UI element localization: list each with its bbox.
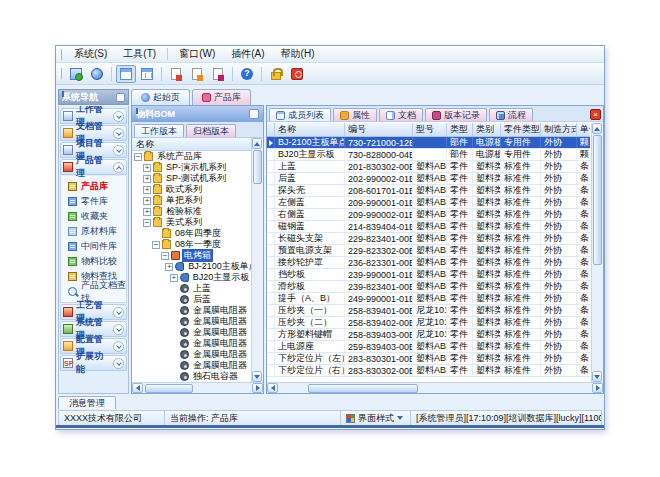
scroll-up-icon[interactable]	[592, 123, 602, 134]
globe-button[interactable]	[87, 65, 107, 83]
menu-item-1[interactable]: 工具(T)	[115, 46, 164, 62]
scroll-left-icon[interactable]	[132, 383, 143, 393]
tree-horizontal-scrollbar[interactable]	[132, 382, 263, 393]
doc-button[interactable]	[166, 65, 186, 83]
sidebar-item-3[interactable]: 原材料库	[61, 224, 126, 239]
scroll-right-icon[interactable]	[592, 383, 603, 393]
members-tab-0[interactable]: 成员列表	[269, 108, 331, 121]
scroll-up-icon[interactable]	[252, 138, 262, 149]
table-row[interactable]: 后盖202-990002-01E塑料ABS零件塑料类标准件外协条	[267, 173, 590, 185]
toolbar-grip[interactable]	[59, 68, 62, 79]
doc-button[interactable]	[187, 65, 207, 83]
menu-item-0[interactable]: 系统(S)	[66, 46, 115, 62]
table-row[interactable]: 右侧盖209-990002-01E塑料ABS零件塑料类标准件外协条	[267, 209, 590, 221]
table-row[interactable]: 滑纱板239-823401-00E塑料ABS零件塑料类标准件外协条	[267, 281, 590, 293]
tree-column-header[interactable]: 名称	[132, 138, 251, 151]
table-row[interactable]: 下纱定位片（左）283-830301-00E塑料ABS零件塑料类标准件外协条	[267, 353, 590, 365]
exit-button[interactable]	[287, 65, 307, 83]
column-header-0[interactable]: 名称	[275, 123, 345, 136]
scroll-down-icon[interactable]	[592, 371, 602, 382]
scroll-down-icon[interactable]	[252, 371, 262, 382]
table-row[interactable]: 压纱夹（二）258-839402-00E尼龙1010零件塑料类标准件外协条	[267, 317, 590, 329]
chevron-down-icon[interactable]	[113, 111, 124, 122]
table-horizontal-scrollbar[interactable]	[267, 382, 603, 393]
column-header-2[interactable]: 型号	[413, 123, 447, 136]
navpanel-button[interactable]	[66, 65, 86, 83]
sidebar-item-4[interactable]: 中间件库	[61, 239, 126, 254]
window-button[interactable]	[116, 65, 136, 83]
document-tab-1[interactable]: 产品库	[192, 89, 251, 105]
tree-vertical-scrollbar[interactable]	[251, 138, 263, 382]
doc-button[interactable]	[208, 65, 228, 83]
table-row[interactable]: 下纱定位片（右）283-830302-00E塑料ABS零件塑料类标准件外协条	[267, 365, 590, 377]
column-header-6[interactable]: 制造方式	[541, 123, 577, 136]
help-button[interactable]: ?	[237, 65, 257, 83]
sidebar-item-2[interactable]: 收藏夹	[61, 209, 126, 224]
table-row[interactable]: BJ-2100主板单点730-721000-12E部件电源板专用件外协颗	[267, 137, 590, 149]
table-row[interactable]: 接纱轮护罩236-823301-00E塑料ABS零件塑料类标准件外协条	[267, 257, 590, 269]
column-header-7[interactable]: 单位	[577, 123, 590, 136]
menu-item-2[interactable]: 窗口(W)	[171, 46, 223, 62]
table-row[interactable]: 上盖201-830302-00E塑料ABS零件塑料类标准件外协条	[267, 161, 590, 173]
column-header-4[interactable]: 类别	[473, 123, 501, 136]
table-row[interactable]: BJ20主显示板730-828000-04E部件电源板专用件外协颗	[267, 149, 590, 161]
table-row[interactable]: 挡纱板239-990001-01E塑料ABS零件塑料类标准件外协条	[267, 269, 590, 281]
expander-minus-icon[interactable]: −	[134, 153, 142, 161]
expander-plus-icon[interactable]: +	[165, 263, 173, 271]
table-row[interactable]: 预置电源支架229-823302-00E塑料ABS零件塑料类标准件外协条	[267, 245, 590, 257]
expander-minus-icon[interactable]: −	[143, 219, 151, 227]
sidebar-item-0[interactable]: 产品库	[61, 179, 126, 194]
sidebar-section-3[interactable]: 产品管理	[60, 159, 127, 175]
scrollbar-thumb[interactable]	[593, 135, 602, 265]
scrollbar-thumb[interactable]	[253, 150, 262, 184]
table-row[interactable]: 磁钢盖214-839404-01E塑料ABS零件塑料类标准件外协条	[267, 221, 590, 233]
columns-button[interactable]	[137, 65, 157, 83]
table-row[interactable]: 上电源座259-839403-00E塑料ABS零件塑料类标准件外协条	[267, 341, 590, 353]
expander-plus-icon[interactable]: +	[170, 274, 178, 282]
expander-minus-icon[interactable]: −	[161, 252, 169, 260]
sidebar-item-1[interactable]: 零件库	[61, 194, 126, 209]
chevron-down-icon[interactable]	[113, 358, 124, 369]
sidebar-item-7[interactable]: 产品文档查找	[61, 284, 126, 299]
pushpin-icon[interactable]	[249, 109, 259, 119]
bom-tab-1[interactable]: 归档版本	[186, 124, 236, 137]
sidebar-section-7[interactable]: SP扩展功能	[60, 355, 127, 371]
scroll-left-icon[interactable]	[267, 383, 278, 393]
menu-item-3[interactable]: 插件(A)	[223, 46, 272, 62]
expander-plus-icon[interactable]: +	[143, 208, 151, 216]
chevron-up-icon[interactable]	[113, 162, 124, 173]
menu-item-4[interactable]: 帮助(H)	[273, 46, 323, 62]
menubar-grip[interactable]	[59, 49, 62, 60]
members-tab-1[interactable]: 属性	[333, 108, 377, 121]
bom-tab-0[interactable]: 工作版本	[134, 124, 184, 137]
scrollbar-thumb[interactable]	[145, 384, 193, 393]
expander-plus-icon[interactable]: +	[143, 164, 151, 172]
table-row[interactable]: 长磁头支架229-823401-00E塑料ABS零件塑料类标准件外协条	[267, 233, 590, 245]
chevron-down-icon[interactable]	[113, 307, 124, 318]
expander-plus-icon[interactable]: +	[143, 197, 151, 205]
column-header-1[interactable]: 编号	[345, 123, 413, 136]
column-header-3[interactable]: 类型	[447, 123, 473, 136]
message-manager-tab[interactable]: 消息管理	[58, 396, 116, 409]
chevron-down-icon[interactable]	[113, 341, 124, 352]
document-tab-0[interactable]: 起始页	[131, 89, 190, 105]
expander-minus-icon[interactable]: −	[152, 241, 160, 249]
column-header-5[interactable]: 零件类型	[501, 123, 541, 136]
expander-plus-icon[interactable]: +	[143, 175, 151, 183]
scroll-right-icon[interactable]	[252, 383, 263, 393]
members-tab-2[interactable]: 文档	[379, 108, 423, 121]
pushpin-icon[interactable]	[116, 93, 125, 102]
chevron-down-icon[interactable]	[113, 145, 124, 156]
expander-plus-icon[interactable]: +	[143, 186, 151, 194]
ui-style-dropdown[interactable]: 界面样式	[341, 411, 411, 425]
lock-button[interactable]	[266, 65, 286, 83]
table-vertical-scrollbar[interactable]	[591, 123, 603, 382]
table-row[interactable]: 左侧盖209-990001-01E塑料ABS零件塑料类标准件外协条	[267, 197, 590, 209]
table-row[interactable]: 压纱夹（一）258-839401-00E尼龙1010零件塑料类标准件外协条	[267, 305, 590, 317]
members-tab-4[interactable]: 流程	[489, 108, 533, 121]
chevron-down-icon[interactable]	[113, 128, 124, 139]
table-row[interactable]: 提手（A、B）249-990001-01E塑料ABS零件塑料类标准件外协条	[267, 293, 590, 305]
tree-item[interactable]: 独石电容器	[132, 371, 251, 382]
chevron-down-icon[interactable]	[113, 324, 124, 335]
table-row[interactable]: 探头壳208-601701-01E塑料ABS零件塑料类标准件外协条	[267, 185, 590, 197]
